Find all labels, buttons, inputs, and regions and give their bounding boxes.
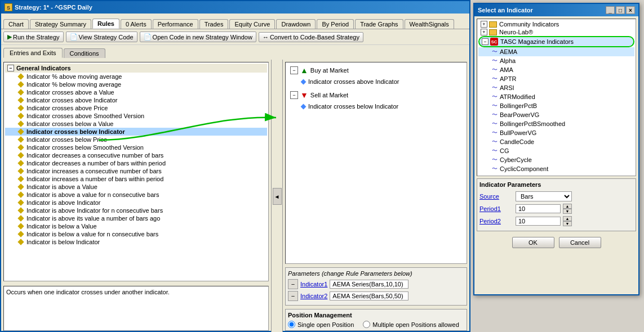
indicator1-value[interactable]: AEMA Series(Bars,10,10) — [330, 280, 408, 289]
list-item[interactable]: 〜 ARSI — [478, 83, 634, 92]
list-item[interactable]: 〜 DeweyOscillator — [478, 173, 634, 176]
convert-button[interactable]: ↔ Convert to Code-Based Strategy — [259, 32, 363, 42]
list-item[interactable]: Indicator crosses above a Value — [5, 88, 267, 96]
list-item[interactable]: 〜 AMA — [478, 65, 634, 74]
list-item[interactable]: 〜 CyclicComponent — [478, 164, 634, 173]
main-window: S Strategy: 1* - ^GSPC Daily Chart Strat… — [0, 0, 470, 332]
list-item[interactable]: Indicator is below a value for n consecu… — [5, 230, 267, 238]
buy-rule-node[interactable]: − ▲ Buy at Market — [288, 65, 464, 76]
list-item[interactable]: + Neuro-Lab® — [478, 28, 634, 36]
tab-alerts[interactable]: 0 Alerts — [121, 19, 152, 29]
modal-minimize-button[interactable]: _ — [606, 6, 615, 14]
list-item[interactable]: Indicator is above Indicator for n conse… — [5, 207, 267, 214]
list-item[interactable]: 〜 CG — [478, 146, 634, 155]
open-code-button[interactable]: 📄 Open Code in new Strategy Window — [140, 32, 256, 42]
list-item[interactable]: 〜 BullPowerVG — [478, 128, 634, 137]
wave-icon: 〜 — [492, 174, 498, 176]
tab-trades[interactable]: Trades — [199, 19, 229, 29]
neurolab-expand[interactable]: + — [481, 29, 487, 35]
sell-rule-node[interactable]: − ▼ Sell at Market — [288, 89, 464, 101]
tab-drawdown[interactable]: Drawdown — [276, 19, 316, 29]
tasc-expand[interactable]: − — [482, 38, 488, 45]
list-item[interactable]: Indicator crosses below Price — [5, 136, 267, 143]
view-code-button[interactable]: 📄 View Strategy Code — [66, 32, 137, 42]
indicator2-value[interactable]: AEMA Series(Bars,50,50) — [330, 291, 408, 300]
list-item[interactable]: Indicator % below moving average — [5, 80, 267, 88]
multiple-position-option[interactable]: Multiple open Positions allowed — [363, 321, 459, 328]
list-item[interactable]: Indicator crosses below a Value — [5, 120, 267, 128]
tasc-folder-item[interactable]: − SC TASC Magazine Indicators — [478, 36, 634, 47]
modal-maximize-button[interactable]: □ — [616, 6, 625, 14]
period1-down-button[interactable]: ▼ — [563, 209, 572, 214]
period2-up-button[interactable]: ▲ — [563, 216, 572, 221]
list-item[interactable]: 〜 BollingerPctB — [478, 101, 634, 110]
list-item[interactable]: Indicator is above its value a number of… — [5, 214, 267, 222]
list-item[interactable]: 〜 Alpha — [478, 56, 634, 65]
list-item[interactable]: Indicator is above Indicator — [5, 199, 267, 207]
indicator2-label[interactable]: Indicator2 — [300, 293, 327, 299]
period1-label[interactable]: Period1 — [479, 205, 513, 212]
tab-wealthsignals[interactable]: WealthSignals — [405, 19, 454, 29]
list-item[interactable]: Indicator decreases a consecutive number… — [5, 151, 267, 159]
list-item[interactable]: 〜 CandleCode — [478, 137, 634, 146]
run-strategy-button[interactable]: ▶ Run the Strategy — [3, 32, 64, 42]
modal-close-button[interactable]: × — [626, 6, 635, 14]
source-label[interactable]: Source — [479, 193, 513, 200]
list-item[interactable]: Indicator increases a number of bars wit… — [5, 175, 267, 183]
indicator1-minus-btn[interactable]: − — [288, 279, 298, 289]
single-position-radio[interactable] — [288, 321, 295, 328]
list-item[interactable]: Indicator crosses above Smoothed Version — [5, 112, 267, 120]
buy-expand[interactable]: − — [290, 66, 298, 74]
list-item[interactable]: Indicator is above a Value — [5, 183, 267, 191]
list-item[interactable]: Indicator % above moving average — [5, 73, 267, 80]
source-select[interactable]: Bars — [516, 191, 572, 201]
list-item[interactable]: Indicator increases a consecutive number… — [5, 167, 267, 175]
list-item[interactable]: Indicator crosses above Indicator — [5, 96, 267, 104]
tab-strategy-summary[interactable]: Strategy Summary — [30, 19, 91, 29]
collapse-button[interactable]: ◄ — [273, 188, 282, 205]
buy-condition-node[interactable]: Indicator crosses above Indicator — [299, 77, 464, 86]
tab-performance[interactable]: Performance — [153, 19, 198, 29]
multiple-position-radio[interactable] — [363, 321, 370, 328]
indicator2-minus-btn[interactable]: − — [288, 291, 298, 301]
period2-down-button[interactable]: ▼ — [563, 221, 572, 226]
sell-condition-node[interactable]: Indicator crosses below Indicator — [299, 102, 464, 111]
list-item[interactable]: + Community Indicators — [478, 20, 634, 28]
community-expand[interactable]: + — [481, 21, 487, 28]
wave-icon: 〜 — [492, 147, 498, 155]
indicator-tree[interactable]: − General Indicators Indicator % above m… — [3, 62, 269, 281]
single-position-option[interactable]: Single open Position — [288, 321, 354, 328]
list-item[interactable]: 〜 CyberCycle — [478, 155, 634, 164]
list-item[interactable]: 〜 ATRModified — [478, 92, 634, 101]
tab-rules[interactable]: Rules — [92, 19, 119, 29]
subtab-entries-exits[interactable]: Entries and Exits — [3, 48, 63, 58]
list-item[interactable]: 〜 BollingerPctBSmoothed — [478, 119, 634, 128]
sell-expand[interactable]: − — [290, 91, 298, 99]
wave-icon: 〜 — [492, 102, 498, 110]
tab-chart[interactable]: Chart — [3, 19, 29, 29]
list-item[interactable]: Indicator decreases a number of bars wit… — [5, 159, 267, 167]
list-item[interactable]: 〜 BearPowerVG — [478, 110, 634, 119]
ok-button[interactable]: OK — [512, 237, 554, 248]
list-item[interactable]: Indicator is below a Value — [5, 222, 267, 230]
modal-indicator-tree[interactable]: + Community Indicators + Neuro-Lab® − SC… — [477, 19, 636, 176]
list-item[interactable]: Indicator crosses below Smoothed Version — [5, 143, 267, 151]
list-item[interactable]: Indicator is above a value for n consecu… — [5, 191, 267, 199]
list-item[interactable]: 〜 APTR — [478, 74, 634, 83]
subtab-conditions[interactable]: Conditions — [64, 48, 105, 58]
list-item[interactable]: Indicator crosses above Price — [5, 104, 267, 112]
period1-up-button[interactable]: ▲ — [563, 204, 572, 209]
indicator1-label[interactable]: Indicator1 — [300, 281, 327, 288]
list-item[interactable]: Indicator is below Indicator — [5, 238, 267, 246]
period1-input[interactable] — [516, 204, 561, 213]
list-item-selected[interactable]: Indicator crosses below Indicator — [5, 128, 267, 136]
cancel-button[interactable]: Cancel — [559, 237, 601, 248]
aema-item[interactable]: 〜 AEMA — [478, 47, 634, 56]
period2-label[interactable]: Period2 — [479, 218, 513, 225]
period2-input[interactable] — [516, 217, 561, 226]
tree-expand-general[interactable]: − — [7, 65, 14, 71]
tab-by-period[interactable]: By Period — [317, 19, 354, 29]
rule-tree[interactable]: − ▲ Buy at Market Indicator crosses abov… — [285, 62, 467, 264]
tab-trade-graphs[interactable]: Trade Graphs — [355, 19, 403, 29]
tab-equity-curve[interactable]: Equity Curve — [229, 19, 275, 29]
